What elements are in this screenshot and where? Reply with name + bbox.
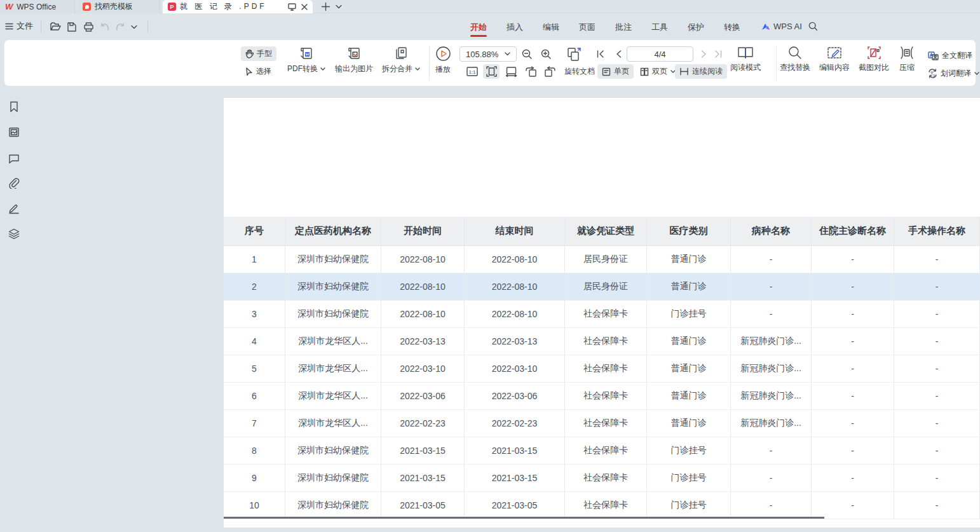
column-header: 就诊凭证类型	[565, 217, 647, 245]
zoom-level-select[interactable]: 105.88%	[459, 46, 517, 62]
wps-ai-label: WPS AI	[773, 22, 802, 31]
save-button[interactable]	[65, 20, 79, 34]
export-image-button[interactable]: 输出为图片	[331, 46, 377, 74]
full-translate-button[interactable]: 全文翻译	[923, 48, 977, 63]
divider	[41, 21, 41, 32]
table-cell: 2021-03-15	[465, 437, 565, 464]
last-page-button[interactable]	[712, 48, 725, 60]
fit-page-button[interactable]	[483, 64, 500, 79]
table-header-row: 序号定点医药机构名称开始时间结束时间就诊凭证类型医疗类别病种名称住院主诊断名称手…	[224, 217, 980, 246]
rotate-right-button[interactable]	[541, 64, 558, 79]
hand-tool-label: 手型	[257, 48, 272, 59]
file-menu-button[interactable]: 文件	[5, 20, 33, 32]
next-page-button[interactable]	[697, 48, 710, 60]
find-replace-button[interactable]: 查找替换	[777, 46, 813, 73]
attachment-icon[interactable]	[8, 177, 20, 189]
table-cell: 6	[224, 383, 285, 409]
edit-content-button[interactable]: 编辑内容	[817, 46, 852, 73]
edit-content-label: 编辑内容	[819, 62, 850, 73]
hand-tool-button[interactable]: 手型	[241, 46, 276, 61]
zoom-in-button[interactable]	[540, 48, 552, 60]
menu-page[interactable]: 页面	[576, 20, 598, 34]
chevron-down-icon	[320, 67, 325, 71]
single-page-button[interactable]: 单页	[597, 64, 634, 79]
column-header: 病种名称	[731, 217, 812, 245]
table-cell: -	[894, 437, 980, 464]
menu-insert[interactable]: 插入	[504, 20, 526, 34]
page-organize-button[interactable]	[566, 48, 583, 60]
menu-protect[interactable]: 保护	[685, 20, 707, 34]
table-cell: 社会保障卡	[565, 465, 647, 491]
split-merge-button[interactable]: 拆分合并	[379, 46, 423, 74]
table-cell: 新冠肺炎门诊...	[731, 328, 812, 355]
read-mode-button[interactable]: 阅读模式	[729, 46, 762, 73]
menu-home[interactable]: 开始	[468, 20, 489, 34]
table-cell: 10	[224, 492, 285, 519]
signature-pen-icon[interactable]	[8, 203, 20, 214]
table-cell: 门诊挂号	[647, 437, 731, 464]
menu-convert[interactable]: 转换	[721, 20, 743, 34]
table-cell: 普通门诊	[647, 246, 731, 273]
svg-text:1:1: 1:1	[468, 69, 476, 75]
tab-wps-office[interactable]: W WPS Office	[0, 0, 75, 13]
layers-icon[interactable]	[8, 228, 20, 240]
tab-document-active[interactable]: P 就 医 记 录 .PDF	[163, 0, 313, 13]
new-tab-button[interactable]	[321, 2, 330, 11]
play-label: 播放	[435, 64, 451, 75]
file-menu-label: 文件	[17, 20, 33, 32]
thumbnail-image-icon[interactable]	[8, 126, 20, 138]
menu-wps-ai[interactable]: WPS AI	[759, 20, 805, 32]
zoom-out-button[interactable]	[521, 48, 533, 60]
first-page-button[interactable]	[594, 48, 607, 60]
redo-button[interactable]	[113, 20, 127, 34]
continuous-read-button[interactable]: 连续阅读	[675, 64, 727, 79]
split-merge-icon	[393, 46, 409, 61]
rotate-doc-button[interactable]: 旋转文档	[560, 64, 599, 79]
table-cell: 居民身份证	[565, 246, 647, 273]
table-cell: 深圳市妇幼保健院	[285, 301, 381, 327]
table-cell: -	[812, 246, 894, 273]
table-cell: 深圳市妇幼保健院	[285, 246, 381, 273]
tab-docer-templates[interactable]: 找稻壳模板	[78, 0, 160, 13]
pdf-convert-button[interactable]: PDF转换	[285, 46, 327, 74]
play-button[interactable]: 播放	[432, 46, 454, 75]
monitor-icon[interactable]	[288, 3, 296, 11]
table-cell: -	[812, 410, 894, 437]
table-row: 1深圳市妇幼保健院2022-08-102022-08-10居民身份证普通门诊--…	[224, 246, 980, 273]
divider	[147, 21, 148, 32]
select-tool-button[interactable]: 选择	[241, 64, 276, 79]
rotate-left-button[interactable]	[522, 64, 539, 79]
comment-icon[interactable]	[8, 153, 20, 164]
fit-width-button[interactable]	[503, 64, 519, 79]
tab-list-chevron-icon[interactable]	[336, 4, 342, 9]
medical-records-table: 序号定点医药机构名称开始时间结束时间就诊凭证类型医疗类别病种名称住院主诊断名称手…	[224, 217, 980, 519]
menu-tools[interactable]: 工具	[649, 20, 670, 34]
compress-label: 压缩	[899, 62, 915, 73]
previous-page-button[interactable]	[612, 48, 625, 60]
table-cell: 社会保障卡	[565, 437, 647, 464]
table-cell: -	[731, 273, 812, 300]
open-file-button[interactable]	[48, 20, 62, 34]
menu-search-icon[interactable]	[808, 22, 818, 31]
menu-edit[interactable]: 编辑	[540, 20, 562, 34]
menu-comment[interactable]: 批注	[613, 20, 634, 34]
table-cell: 社会保障卡	[565, 301, 647, 327]
print-button[interactable]	[81, 20, 95, 34]
quickbar-more-chevron-icon[interactable]	[127, 20, 141, 34]
column-header: 开始时间	[381, 217, 465, 245]
table-cell: -	[731, 437, 812, 464]
screenshot-compare-button[interactable]: 截图对比	[856, 46, 892, 73]
actual-size-button[interactable]: 1:1	[465, 64, 480, 79]
word-translate-button[interactable]: 文A 划词翻译	[923, 66, 980, 81]
page-indicator-input[interactable]: 4/4	[627, 46, 693, 62]
close-tab-icon[interactable]	[301, 4, 308, 10]
undo-button[interactable]	[97, 20, 111, 34]
zoom-level-value: 105.88%	[466, 50, 498, 59]
compress-button[interactable]: 压缩	[894, 46, 920, 73]
bookmark-icon[interactable]	[8, 101, 20, 113]
table-cell: 2021-03-05	[381, 492, 465, 519]
table-cell: 4	[224, 328, 285, 355]
table-cell: -	[812, 383, 894, 409]
double-page-button[interactable]: 双页	[636, 64, 680, 79]
table-cell: -	[894, 328, 980, 355]
